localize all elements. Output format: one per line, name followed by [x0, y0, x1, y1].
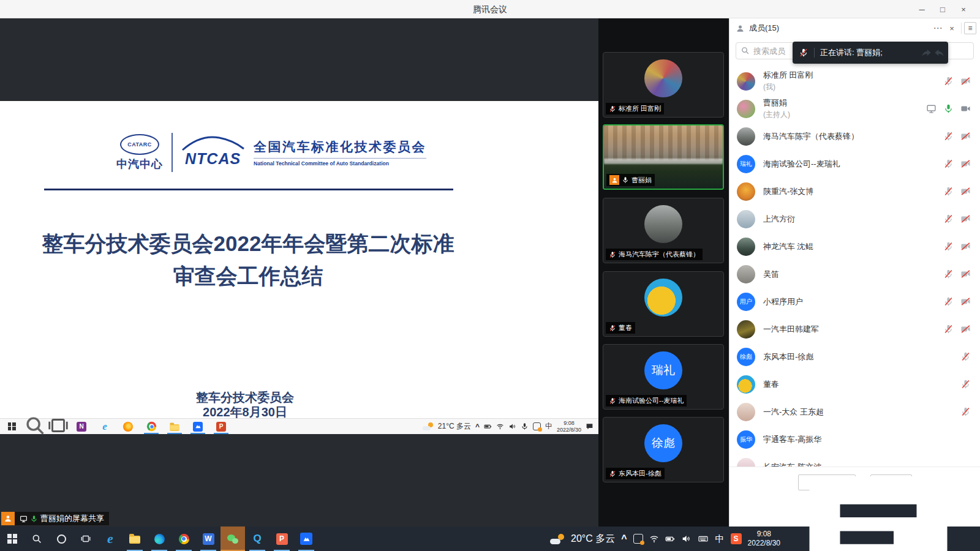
video-tile[interactable]: 董春: [603, 271, 724, 337]
firefox-app[interactable]: [116, 419, 140, 434]
mic-muted-icon: [943, 131, 954, 141]
video-tile[interactable]: 瑞礼海南试验公司--麦瑞礼: [603, 344, 724, 410]
weather-text[interactable]: 21°C 多云: [438, 421, 471, 432]
member-row[interactable]: 一汽-大众 王东超: [729, 398, 980, 425]
member-row[interactable]: 神龙汽车 沈鲲: [729, 233, 980, 260]
cam-muted-icon: [960, 324, 971, 334]
mic-muted-icon: [943, 186, 954, 197]
mic-muted-icon: [943, 241, 954, 252]
task-view-button[interactable]: [47, 419, 70, 434]
chevron-up-icon[interactable]: ^: [475, 422, 480, 431]
chevron-up-icon[interactable]: ^: [621, 533, 627, 544]
ime-indicator[interactable]: 中: [545, 421, 552, 432]
mic-tray-icon[interactable]: [521, 422, 529, 430]
member-name: 一汽丰田韩建军: [763, 324, 819, 335]
logo-divider: [172, 133, 173, 172]
member-row[interactable]: 吴笛: [729, 260, 980, 288]
video-tile[interactable]: 标准所 田富刚: [603, 52, 724, 118]
desktop: 腾讯会议 ─ □ × CATARC 中汽中心 NTCAS: [0, 0, 980, 551]
panel-menu-button[interactable]: ≡: [964, 22, 976, 34]
member-row[interactable]: 徐彪东风本田-徐彪: [729, 343, 980, 370]
close-button[interactable]: ×: [953, 0, 974, 18]
ie-app[interactable]: e: [93, 419, 116, 434]
panel-close-button[interactable]: ×: [946, 18, 958, 38]
minimize-button[interactable]: ─: [911, 0, 932, 18]
member-row[interactable]: 陕重汽-张文博: [729, 178, 980, 205]
chrome-app[interactable]: [140, 419, 163, 434]
task-view-button[interactable]: [74, 527, 98, 551]
wechat-app[interactable]: [221, 527, 245, 551]
member-row[interactable]: 董春: [729, 370, 980, 398]
ie-icon: e: [107, 531, 113, 547]
video-tile[interactable]: 海马汽车陈宇（代表蔡锋）: [603, 198, 724, 263]
chrome-app[interactable]: [172, 527, 196, 551]
ime-indicator[interactable]: 中: [715, 533, 725, 545]
tile-name-label: 海南试验公司--麦瑞礼: [606, 395, 687, 407]
member-row[interactable]: 海马汽车陈宇（代表蔡锋）: [729, 122, 980, 150]
tile-name-label: 标准所 田富刚: [606, 103, 664, 114]
person-icon: [4, 514, 12, 523]
search-button[interactable]: [23, 419, 47, 434]
meeting-app[interactable]: [186, 419, 209, 434]
search-button[interactable]: [24, 527, 49, 551]
member-row[interactable]: 标准所 田富刚(我): [729, 67, 980, 95]
member-avatar: 用户: [737, 293, 755, 311]
member-row[interactable]: 一汽丰田韩建军: [729, 315, 980, 343]
start-button[interactable]: [0, 527, 24, 551]
clock[interactable]: 9:08 2022/8/30: [557, 420, 581, 433]
member-row[interactable]: 用户小程序用户: [729, 288, 980, 315]
tray-app-icon[interactable]: [533, 422, 541, 430]
onenote-icon: N: [77, 422, 86, 432]
file-explorer-app[interactable]: [123, 527, 147, 551]
tile-name: 董春: [619, 323, 632, 332]
screen-share-icon: [926, 103, 937, 114]
member-avatar: 瑞礼: [737, 155, 755, 173]
clock[interactable]: 9:08 2022/8/30: [748, 530, 780, 548]
powerpoint-app[interactable]: P: [209, 419, 233, 434]
search-icon: [31, 533, 42, 544]
onenote-app[interactable]: N: [70, 419, 93, 434]
file-explorer-app[interactable]: [163, 419, 186, 434]
member-row[interactable]: 曹丽娟(主持人): [729, 95, 980, 122]
video-tile[interactable]: 曹丽娟: [603, 124, 724, 190]
meeting-app[interactable]: [294, 527, 318, 551]
tile-name: 海马汽车陈宇（代表蔡锋）: [619, 250, 699, 259]
members-icon: [736, 24, 745, 33]
tray-app-icon[interactable]: [633, 534, 643, 544]
forward-arrow-icon: [921, 47, 932, 58]
reply-arrow-icon: [933, 47, 944, 58]
wps-presentation-app[interactable]: P: [270, 527, 294, 551]
wifi-icon[interactable]: [649, 534, 659, 544]
notification-icon[interactable]: [586, 422, 594, 430]
edge-app[interactable]: [147, 527, 172, 551]
tile-avatar: 瑞礼: [644, 351, 682, 389]
battery-icon[interactable]: [665, 534, 675, 544]
member-row[interactable]: 上汽方衍: [729, 205, 980, 233]
weather-text[interactable]: 20°C 多云: [571, 533, 615, 545]
ie-app[interactable]: e: [98, 527, 123, 551]
mic-muted-icon: [799, 48, 809, 58]
member-avatar: [737, 265, 755, 283]
panel-more-button[interactable]: ⋯: [931, 18, 944, 38]
wifi-icon[interactable]: [496, 422, 504, 430]
sogou-icon[interactable]: S: [731, 533, 742, 544]
volume-icon[interactable]: [681, 534, 691, 544]
weather-icon: [423, 422, 434, 430]
volume-icon[interactable]: [508, 422, 516, 430]
mic-muted-icon: [943, 76, 954, 86]
wps-writer-app[interactable]: W: [196, 527, 221, 551]
banner-divider: [814, 48, 815, 58]
windows-logo-icon: [7, 534, 17, 544]
screen-share-indicator[interactable]: 曹丽娟的屏幕共享: [1, 512, 109, 525]
mic-muted-icon: [960, 351, 971, 362]
maximize-button[interactable]: □: [932, 0, 953, 18]
notification-icon[interactable]: 1: [786, 446, 970, 551]
member-avatar: [737, 320, 755, 339]
keyboard-icon[interactable]: [697, 534, 709, 544]
tim-app[interactable]: Q: [245, 527, 270, 551]
start-button[interactable]: [0, 419, 23, 434]
member-name: 上汽方衍: [763, 214, 795, 225]
member-avatar: [737, 182, 755, 201]
cortana-button[interactable]: [49, 527, 74, 551]
member-row[interactable]: 瑞礼海南试验公司--麦瑞礼: [729, 150, 980, 178]
